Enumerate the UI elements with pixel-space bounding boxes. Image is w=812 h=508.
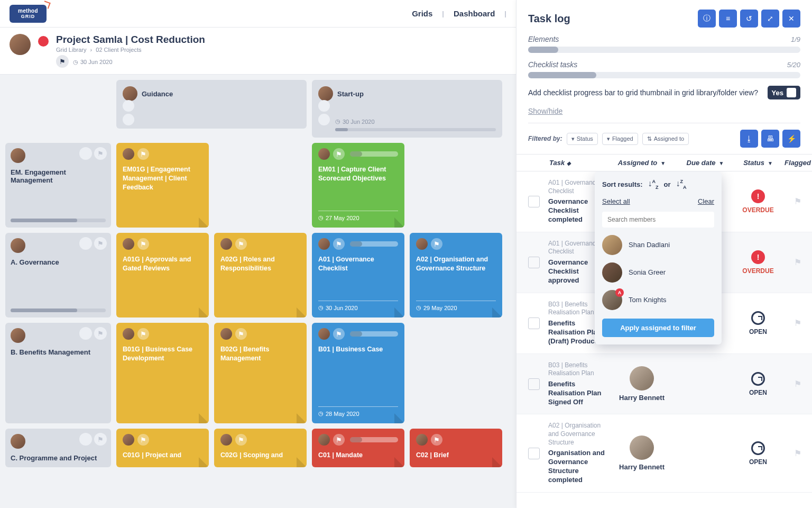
- card-c02[interactable]: ⚑ C02 | Brief: [410, 429, 502, 467]
- task-checkbox[interactable]: [528, 318, 540, 329]
- logo-text-2: GRID: [21, 14, 35, 19]
- member-option[interactable]: Sonia Greer: [602, 262, 714, 283]
- task-status: OPEN: [749, 389, 767, 396]
- task-list: Sort results: ↓AZ or ↓ZA Select all Clea…: [516, 171, 812, 508]
- table-header: Task◆ Assigned to▼ Due date▼ Status▼ Fla…: [516, 154, 812, 171]
- col-header-startup[interactable]: Start-up ◷30 Jun 2020: [312, 80, 502, 138]
- logo[interactable]: method GRID: [10, 5, 47, 23]
- task-flag[interactable]: ⚑: [782, 196, 812, 206]
- filter-icon: ▼: [768, 160, 773, 166]
- task-row[interactable]: A02 | Organisation and Governance Struct…: [516, 414, 812, 492]
- card-b02g[interactable]: ⚑ B02G | Benefits Management: [214, 323, 307, 423]
- close-button[interactable]: ✕: [782, 10, 800, 28]
- history-button[interactable]: ↺: [740, 10, 758, 28]
- task-status: OVERDUE: [742, 267, 773, 275]
- filter-chip-flagged[interactable]: ▾Flagged: [602, 133, 638, 145]
- task-ref: A02 | Organisation and Governance Struct…: [548, 422, 607, 447]
- list-button[interactable]: ≡: [719, 10, 737, 28]
- flag-icon: ⚑: [137, 148, 149, 160]
- task-checkbox[interactable]: [528, 257, 540, 268]
- breadcrumb: Grid Library › 02 Client Projects: [56, 47, 205, 53]
- sort-za-button[interactable]: ↓ZA: [676, 179, 687, 190]
- task-flag[interactable]: ⚑: [782, 318, 812, 328]
- card-title: A02G | Roles and Responsibilities: [220, 255, 300, 273]
- row-header-a[interactable]: ⚑ A. Governance: [5, 233, 111, 318]
- task-flag[interactable]: ⚑: [782, 257, 812, 267]
- flag-icon: ⚑: [333, 434, 345, 446]
- member-option[interactable]: ATom Knights: [602, 290, 714, 310]
- flag-icon: ⚑: [94, 237, 107, 250]
- sort-az-button[interactable]: ↓AZ: [648, 179, 659, 190]
- avatar-icon: [602, 235, 622, 255]
- task-checkbox[interactable]: [528, 378, 540, 390]
- col-task[interactable]: Task: [549, 159, 565, 167]
- flag-icon: ⚑: [137, 238, 149, 250]
- task-checkbox[interactable]: [528, 196, 540, 207]
- print-button[interactable]: 🖶: [761, 130, 779, 148]
- show-hide-link[interactable]: Show/hide: [516, 107, 812, 123]
- task-checkbox[interactable]: [528, 448, 540, 459]
- col-flagged[interactable]: Flagged: [785, 159, 811, 167]
- card-date: ◷28 May 2020: [318, 406, 398, 417]
- flag-icon: ⚑: [235, 328, 247, 340]
- info-button[interactable]: ⓘ: [698, 10, 716, 28]
- download-button[interactable]: ⭳: [740, 130, 758, 148]
- avatar-icon: [318, 238, 330, 250]
- nav-dashboard[interactable]: Dashboard: [444, 9, 504, 18]
- expand-button[interactable]: ⤢: [761, 10, 779, 28]
- member-option[interactable]: Shan Dadlani: [602, 235, 714, 255]
- filter-chip-status[interactable]: ▾Status: [567, 133, 598, 145]
- avatar-icon: [11, 328, 25, 343]
- crumb-library[interactable]: Grid Library: [56, 47, 86, 53]
- col-status[interactable]: Status: [743, 159, 764, 167]
- avatar-icon: [220, 238, 232, 250]
- thumbnail-toggle[interactable]: Yes: [768, 86, 800, 99]
- elements-label: Elements: [528, 35, 559, 43]
- col-assigned[interactable]: Assigned to: [618, 159, 657, 167]
- task-row[interactable]: B03 | Benefits Realisation PlanBenefits …: [516, 354, 812, 415]
- card-a01[interactable]: ⚑ A01 | Governance Checklist ◷30 Jun 202…: [312, 233, 404, 318]
- filter-chip-assigned[interactable]: ⇅Assigned to: [642, 133, 689, 145]
- flag-icon: ⚑: [333, 238, 345, 250]
- nav-grids[interactable]: Grids: [402, 9, 442, 18]
- task-flag[interactable]: ⚑: [782, 379, 812, 389]
- clock-icon: ◷: [335, 118, 340, 125]
- avatar-icon: [220, 434, 232, 446]
- project-owner-avatar[interactable]: [10, 34, 31, 55]
- checklist-label: Checklist tasks: [528, 60, 577, 69]
- row-header-label: B. Benefits Management: [11, 348, 106, 356]
- assignee-name: Harry Bennett: [619, 463, 665, 471]
- filter-icon: ▾: [607, 135, 610, 142]
- flag-icon: ⚑: [137, 434, 149, 446]
- card-progress: [350, 241, 398, 247]
- elements-progress: [528, 47, 800, 53]
- card-a02g[interactable]: ⚑ A02G | Roles and Responsibilities: [214, 233, 307, 318]
- card-em01[interactable]: ⚑ EM01 | Capture Client Scorecard Object…: [312, 143, 404, 228]
- clear-link[interactable]: Clear: [698, 197, 714, 205]
- search-members-input[interactable]: [602, 212, 714, 228]
- avatar-icon: A: [602, 290, 622, 310]
- task-flag[interactable]: ⚑: [782, 448, 812, 458]
- col-header-guidance[interactable]: Guidance: [116, 80, 307, 129]
- card-a02[interactable]: ⚑ A02 | Organisation and Governance Stru…: [410, 233, 502, 318]
- col-due[interactable]: Due date: [687, 159, 716, 167]
- row-header-b[interactable]: ⚑ B. Benefits Management: [5, 323, 111, 423]
- card-c01[interactable]: ⚑ C01 | Mandate: [312, 429, 404, 467]
- card-c02g[interactable]: ⚑ C02G | Scoping and: [214, 429, 307, 467]
- flag-icon: ⚑: [235, 434, 247, 446]
- card-a01g[interactable]: ⚑ A01G | Approvals and Gated Reviews: [116, 233, 209, 318]
- card-b01[interactable]: ⚑ B01 | Business Case ◷28 May 2020: [312, 323, 404, 423]
- card-c01g[interactable]: ⚑ C01G | Project and: [116, 429, 209, 467]
- card-em01g[interactable]: ⚑ EM01G | Engagement Management | Client…: [116, 143, 209, 228]
- bolt-button[interactable]: ⚡: [782, 130, 800, 148]
- open-icon: [751, 372, 765, 386]
- select-all-link[interactable]: Select all: [602, 197, 630, 205]
- card-title: C02G | Scoping and: [220, 451, 300, 460]
- row-header-em[interactable]: ⚑ EM. Engagement Management: [5, 143, 111, 228]
- row-header-c[interactable]: ⚑ C. Programme and Project: [5, 429, 111, 467]
- project-flag-icon[interactable]: ⚑: [56, 55, 69, 68]
- crumb-folder[interactable]: 02 Client Projects: [96, 47, 141, 53]
- card-b01g[interactable]: ⚑ B01G | Business Case Development: [116, 323, 209, 423]
- flag-icon: ⚑: [235, 238, 247, 250]
- apply-filter-button[interactable]: Apply assigned to filter: [602, 319, 714, 337]
